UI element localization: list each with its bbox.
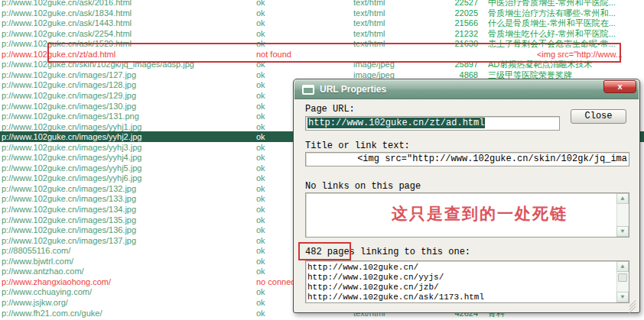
resize-grip[interactable] [628,301,637,310]
url-cell: p://www.102guke.cn/images/yyhj4.jpg [2,152,254,163]
url-cell: p://www.zhangxiaohong.com/ [2,276,254,287]
type-cell: text/html [353,28,426,39]
url-cell: p://www.102guke.cn/images/131.png [2,111,254,121]
status-cell: ok [256,28,351,39]
url-properties-dialog: URL Properties x Page URL: http://www.10… [293,79,640,313]
xenu-main-window: p://www.102guke.cn/ask/2016.html ok text… [0,0,644,320]
scrollbar[interactable]: ▲ ▼ [616,193,629,237]
window-icon [302,85,314,95]
url-cell: p://www.bjwtrl.com/ [2,256,254,267]
title-cell: 什么是骨质增生-常州和平医院在... [488,18,623,28]
table-row[interactable]: p://www.102guke.cn/ask/2254.html ok text… [0,28,644,39]
status-cell: ok [256,0,351,8]
url-cell: p://www.102guke.cn/ask/1834.html [2,8,254,18]
size-cell: 21232 [427,28,478,39]
url-cell: p://www.102guke.cn/images/yyhj3.jpg [2,142,254,153]
close-button[interactable]: Close [571,109,626,124]
close-icon[interactable]: x [603,80,636,93]
table-row[interactable]: p://www.102guke.cn/ask/1443.html ok text… [0,18,644,28]
page-url-label: Page URL: [305,104,355,115]
table-row[interactable]: p://www.102guke.cn/ask/2016.html ok text… [0,0,644,8]
url-cell: p://www.102guke.cn/images/yyhj6.jpg [2,173,254,183]
table-row[interactable]: p://www.102guke.cn/ask/1834.html ok text… [0,8,644,18]
scrollbar[interactable]: ▲ ▼ [616,261,629,302]
url-cell: p://www.102guke.cn/images/yyhj2.jpg [2,131,254,142]
url-cell: p://www.102guke.cn/ask/2016.html [2,0,254,8]
type-cell: text/html [353,0,426,8]
title-cell: 骨质增生治疗方法有哪些-常州和... [488,8,623,18]
list-item[interactable]: http://www.102guke.cn/yyjs/ [307,273,615,283]
list-item[interactable]: http://www.102guke.cn/ [307,263,615,273]
url-cell: p://88055116.com/ [2,245,254,256]
url-cell: p://www.102guke.cn/images/134.jpg [2,204,254,215]
url-cell: p://www.102guke.cn/images/127.jpg [2,69,254,80]
scroll-up-icon[interactable]: ▲ [616,261,629,272]
scroll-up-icon[interactable]: ▲ [616,193,629,204]
title-cell: 骨质增生吃什么好-常州和平医院... [488,28,623,39]
size-cell: 22527 [427,0,478,8]
scrollbar-thumb[interactable] [618,273,627,282]
pages-count-annotation-box [298,242,351,260]
page-url-field[interactable]: http://www.102guke.cn/zt/ad.html [305,116,560,131]
url-cell: p://www.jsjkw.org/ [2,297,254,308]
linking-pages-items: http://www.102guke.cn/http://www.102guke… [307,263,615,302]
type-cell: text/html [353,18,426,28]
no-links-label: No links on this page [305,181,421,192]
status-cell: ok [256,8,351,18]
status-cell: ok [256,18,351,28]
page-url-selected-text: http://www.102guke.cn/zt/ad.html [307,118,485,128]
url-cell: p://www.cchuaying.com/ [2,286,254,297]
scroll-down-icon[interactable]: ▼ [616,226,629,237]
url-cell: p://www.102guke.cn/images/yyhj5.jpg [2,163,254,173]
size-cell: 22025 [427,8,478,18]
dialog-title: URL Properties [320,84,386,95]
url-cell: p://www.102guke.cn/ask/2254.html [2,28,254,39]
scroll-down-icon[interactable]: ▼ [616,292,629,302]
url-cell: p://www.102guke.cn/images/yyhj1.jpg [2,121,254,132]
url-cell: p://www.fh21.com.cn/guke/ [2,308,254,318]
title-or-link-field[interactable]: <img src="http://www.102guke.cn/skin/102… [305,152,629,166]
dead-link-row-annotation-box [47,43,621,63]
url-cell: p://www.102guke.cn/ask/1443.html [2,18,254,28]
url-cell: p://www.102guke.cn/images/130.jpg [2,101,254,112]
url-cell: p://www.102guke.cn/images/135.jpg [2,215,254,225]
list-item[interactable]: http://www.102guke.cn/ask/1173.html [307,293,615,302]
url-cell: p://www.antzhao.com/ [2,266,254,276]
url-cell: p://www.102guke.cn/images/137.jpg [2,235,254,246]
size-cell: 21566 [427,18,478,28]
url-cell: p://www.102guke.cn/images/128.jpg [2,79,254,90]
type-cell: text/html [353,8,426,18]
linking-pages-listbox[interactable]: http://www.102guke.cn/http://www.102guke… [305,260,629,303]
dialog-titlebar[interactable]: URL Properties [294,80,639,99]
dead-link-annotation-text: 这只是查到的一处死链 [392,203,568,225]
title-or-link-label: Title or link text: [305,141,410,151]
url-cell: p://www.102guke.cn/images/132.jpg [2,183,254,194]
title-cell: 中医治疗骨质增生-常州和平医院... [488,0,623,8]
list-item[interactable]: http://www.102guke.cn/jzb/ [307,283,615,293]
url-cell: p://www.102guke.cn/images/129.jpg [2,90,254,101]
url-cell: p://www.102guke.cn/images/136.jpg [2,225,254,235]
url-cell: p://www.102guke.cn/images/133.jpg [2,193,254,204]
